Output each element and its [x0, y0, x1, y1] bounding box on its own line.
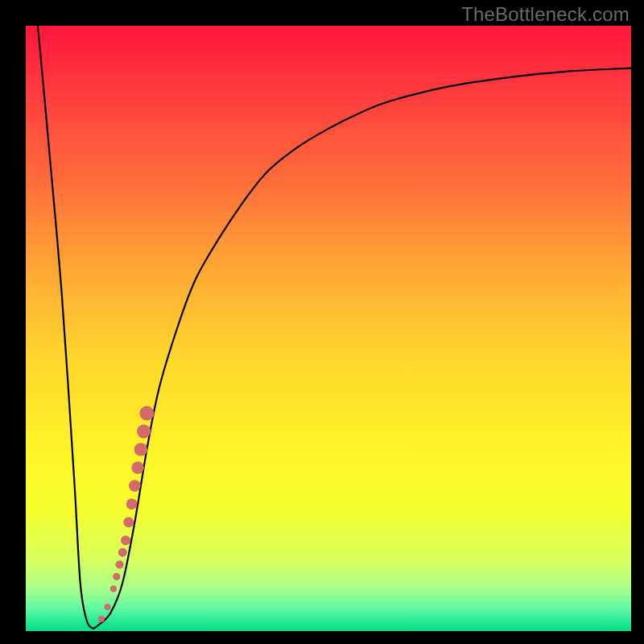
- marker-dot: [131, 461, 143, 473]
- curve-layer: [26, 26, 631, 631]
- marker-dot: [126, 498, 138, 510]
- marker-dot: [116, 560, 124, 568]
- marker-dot: [113, 573, 120, 580]
- watermark-text: TheBottleneck.com: [461, 3, 630, 26]
- marker-dot: [121, 535, 130, 545]
- marker-dot: [118, 548, 127, 557]
- highlighted-range-markers: [98, 406, 154, 622]
- marker-dot: [134, 443, 147, 456]
- marker-dot: [98, 616, 105, 622]
- marker-dot: [110, 585, 117, 592]
- marker-dot: [123, 517, 134, 527]
- marker-dot: [139, 406, 154, 420]
- marker-dot: [105, 604, 111, 610]
- marker-dot: [137, 424, 151, 438]
- plot-area: [26, 26, 631, 631]
- marker-dot: [129, 480, 141, 492]
- chart-frame: TheBottleneck.com: [0, 0, 644, 644]
